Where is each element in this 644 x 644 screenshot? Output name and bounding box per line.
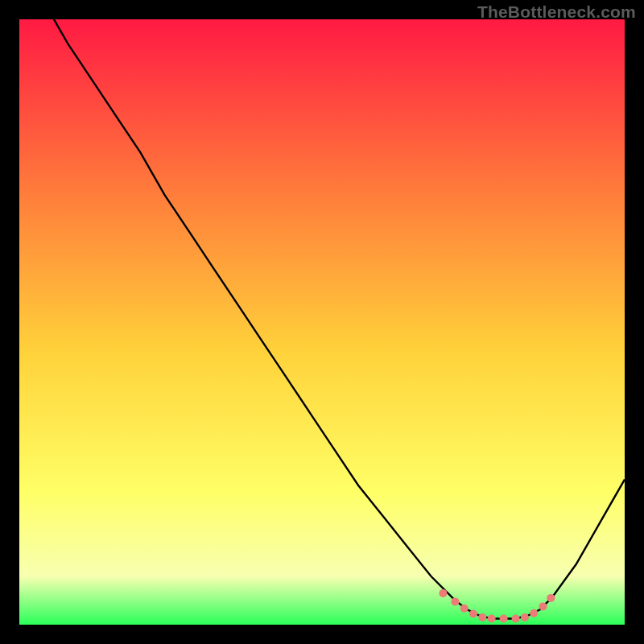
chart-plot-area bbox=[19, 19, 625, 625]
chart-frame: TheBottleneck.com bbox=[0, 0, 644, 644]
optimal-dot bbox=[439, 589, 447, 597]
optimal-dot bbox=[460, 605, 469, 613]
optimal-dot bbox=[521, 613, 529, 621]
optimal-dot bbox=[512, 615, 520, 623]
optimal-dot bbox=[500, 615, 508, 623]
optimal-dot bbox=[469, 610, 477, 618]
optimal-dot bbox=[478, 613, 486, 621]
optimal-dot bbox=[539, 602, 547, 610]
optimal-dot bbox=[547, 594, 555, 602]
optimal-dot bbox=[530, 609, 538, 617]
optimal-dot bbox=[451, 597, 459, 605]
gradient-background bbox=[19, 19, 625, 625]
chart-svg bbox=[19, 19, 625, 625]
optimal-dot bbox=[488, 615, 496, 623]
